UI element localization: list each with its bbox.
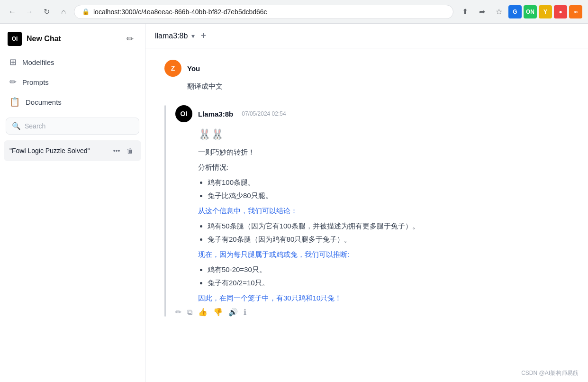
address-bar[interactable]: 🔒 localhost:3000/c/4ea8eeac-866b-40bb-bf… [74,5,453,19]
prompts-label: Prompts [22,78,49,86]
sidebar: OI New Chat ✏ ⊞ Modelfiles ✏ Prompts 📋 D… [0,24,145,382]
watermark: CSDN @AI架构师易筋 [521,369,579,377]
browser-bar: ← → ↻ ⌂ 🔒 localhost:3000/c/4ea8eeac-866b… [0,0,588,24]
list-item: 兔子有20/2=10只。 [208,277,569,289]
ext-orange-icon[interactable]: ∞ [569,5,582,18]
back-button[interactable]: ← [6,5,19,18]
add-chat-button[interactable]: + [200,30,206,41]
model-dropdown-button[interactable]: ▾ [191,32,195,40]
ext-red-icon[interactable]: ● [554,5,567,18]
paragraph-1: 一则巧妙的转折！ [198,146,569,158]
documents-icon: 📋 [9,97,20,107]
bookmark-button[interactable]: ☆ [491,4,507,19]
share-button[interactable]: ➦ [474,4,489,19]
ai-sender-name: Llama3:8b [198,110,233,118]
brand-logo: OI [8,32,22,46]
copy-button[interactable]: ⧉ [187,308,192,317]
info-button[interactable]: ℹ [244,308,246,317]
ai-message-content: 🐰🐰 一则巧妙的转折！ 分析情况: 鸡有100条腿。 兔子比鸡少80只腿。 从这… [198,126,569,304]
paragraph-conclusion: 从这个信息中，我们可以结论： [198,205,569,217]
sidebar-item-documents[interactable]: 📋 Documents [4,92,141,112]
list-item: 鸡有50条腿（因为它有100条腿，并被描述为拥有更多腿于兔子）。 [208,220,569,232]
download-button[interactable]: ⬆ [457,4,472,19]
new-chat-button[interactable]: ✏ [122,31,137,46]
modelfiles-label: Modelfiles [22,58,54,66]
search-placeholder-text: Search [25,122,45,130]
app-container: OI New Chat ✏ ⊞ Modelfiles ✏ Prompts 📋 D… [0,24,588,382]
paragraph-conclusion-final: 因此，在同一个笼子中，有30只鸡和10只兔！ [198,292,569,304]
sidebar-brand: OI New Chat [8,32,61,46]
message-actions: ✏ ⧉ 👍 👎 🔊 ℹ [175,308,569,317]
ai-message-header: OI Llama3:8b 07/05/2024 02:54 [175,105,569,122]
avatar: Z [164,60,181,77]
user-message-header: Z You [164,60,569,77]
sidebar-nav: ⊞ Modelfiles ✏ Prompts 📋 Documents [0,50,145,114]
left-border-indicator [164,105,166,317]
main-content: llama3:8b ▾ + Z You 翻译成中文 [145,24,588,382]
chat-item-actions: ••• 🗑 [111,145,136,156]
chat-item-title: "Fowl Logic Puzzle Solved" [9,147,111,155]
volume-button[interactable]: 🔊 [228,308,238,317]
home-button[interactable]: ⌂ [57,5,70,18]
modelfiles-icon: ⊞ [9,57,17,67]
chat-header: llama3:8b ▾ + [145,24,588,48]
prompts-icon: ✏ [9,77,17,87]
chat-delete-button[interactable]: 🗑 [124,145,136,156]
list-item[interactable]: "Fowl Logic Puzzle Solved" ••• 🗑 [4,140,141,161]
thumbs-up-button[interactable]: 👍 [198,308,208,317]
sidebar-search[interactable]: 🔍 Search [0,114,145,138]
edit-icon: ✏ [127,34,134,44]
url-text: localhost:3000/c/4ea8eeac-866b-40bb-bf82… [93,8,267,16]
ext-y-icon[interactable]: Y [539,5,552,18]
chat-messages: Z You 翻译成中文 OI [145,48,588,382]
ext-on-icon[interactable]: ON [524,5,537,18]
chat-more-button[interactable]: ••• [111,145,122,156]
lock-icon: 🔒 [82,8,90,15]
browser-actions: ⬆ ➦ ☆ G ON Y ● ∞ [457,4,582,19]
model-name: llama3:8b [155,32,188,40]
reload-button[interactable]: ↻ [40,5,53,18]
sidebar-item-modelfiles[interactable]: ⊞ Modelfiles [4,52,141,72]
ai-message-block: OI Llama3:8b 07/05/2024 02:54 🐰🐰 一则巧妙的转折… [164,105,569,317]
sidebar-header: OI New Chat ✏ [0,24,145,50]
forward-button[interactable]: → [23,5,36,18]
search-icon: 🔍 [12,122,21,130]
list-item: 兔子有20条腿（因为鸡有80只腿多于兔子）。 [208,234,569,245]
edit-message-button[interactable]: ✏ [175,308,181,317]
search-box[interactable]: 🔍 Search [6,118,139,135]
paragraph-analysis: 分析情况: [198,162,569,173]
ai-message-wrapper: OI Llama3:8b 07/05/2024 02:54 🐰🐰 一则巧妙的转折… [164,105,569,317]
new-chat-label: New Chat [27,35,61,43]
bullets-2: 鸡有50条腿（因为它有100条腿，并被描述为拥有更多腿于兔子）。 兔子有20条腿… [198,220,569,245]
ai-message-body: OI Llama3:8b 07/05/2024 02:54 🐰🐰 一则巧妙的转折… [175,105,569,317]
list-item: 鸡有50-20=30只。 [208,264,569,275]
list-item: 鸡有100条腿。 [208,177,569,188]
sidebar-chats: "Fowl Logic Puzzle Solved" ••• 🗑 [0,138,145,382]
paragraph-infer: 现在，因为每只腿属于或鸡或兔，我们可以推断: [198,249,569,260]
bullets-3: 鸡有50-20=30只。 兔子有20/2=10只。 [198,264,569,289]
user-message-content: 翻译成中文 [187,81,569,92]
list-item: 兔子比鸡少80只腿。 [208,190,569,201]
ext-google-icon[interactable]: G [508,5,522,18]
thumbs-down-button[interactable]: 👎 [213,308,223,317]
message-time: 07/05/2024 02:54 [242,110,286,117]
main-wrapper: llama3:8b ▾ + Z You 翻译成中文 [145,24,588,382]
emoji-line: 🐰🐰 [198,126,569,143]
avatar: OI [175,105,192,122]
documents-label: Documents [26,98,62,106]
sidebar-item-prompts[interactable]: ✏ Prompts [4,72,141,92]
user-message-block: Z You 翻译成中文 [164,60,569,92]
bullets-1: 鸡有100条腿。 兔子比鸡少80只腿。 [198,177,569,201]
sender-name: You [187,64,200,73]
